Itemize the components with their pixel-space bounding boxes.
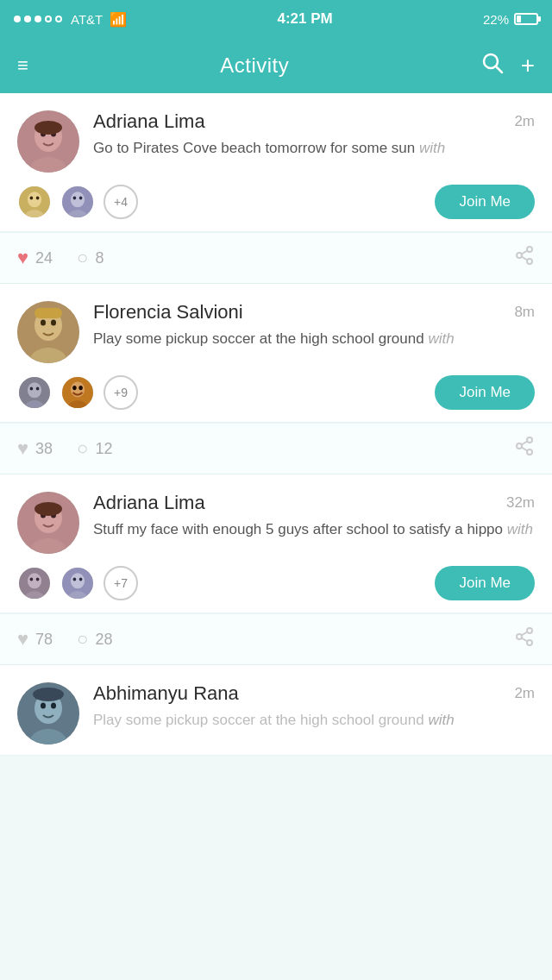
svg-point-20: [527, 259, 532, 264]
participant-avatar: [60, 375, 95, 410]
svg-line-42: [522, 442, 527, 445]
participant-avatar: [17, 375, 52, 410]
comments-count: 8: [95, 249, 104, 267]
svg-point-19: [517, 253, 522, 258]
status-time: 4:21 PM: [277, 10, 332, 28]
svg-point-69: [51, 703, 56, 709]
svg-point-54: [36, 578, 40, 581]
item-footer: ♥ 78 ○ 28: [0, 613, 552, 665]
carrier-name: AT&T: [71, 12, 103, 27]
svg-point-9: [28, 192, 41, 207]
svg-point-37: [72, 386, 77, 390]
item-name-row: Adriana Lima 2m: [93, 110, 535, 133]
item-name-row: Adriana Lima 32m: [93, 492, 535, 514]
wifi-icon: 📶: [110, 11, 127, 28]
signal-dot-4: [45, 16, 52, 22]
svg-point-12: [36, 197, 40, 200]
user-avatar[interactable]: [17, 682, 79, 744]
svg-line-64: [522, 638, 527, 642]
comments-count: 28: [95, 631, 112, 649]
svg-point-32: [30, 387, 34, 391]
svg-point-49: [34, 502, 62, 516]
signal-dot-1: [14, 16, 21, 22]
item-time: 8m: [514, 304, 535, 321]
heart-icon: ♥: [17, 628, 28, 650]
heart-icon: ♥: [17, 247, 28, 269]
item-text: Play some pickup soccer at the high scho…: [93, 710, 535, 731]
comments-count: 12: [95, 440, 112, 458]
svg-point-70: [33, 688, 64, 701]
search-button[interactable]: [481, 52, 504, 79]
item-actions: +4 Join Me: [17, 185, 535, 219]
svg-point-53: [30, 578, 34, 581]
svg-point-16: [73, 197, 77, 200]
svg-point-62: [527, 640, 532, 645]
svg-line-63: [522, 632, 527, 636]
svg-point-60: [527, 628, 532, 633]
svg-point-27: [51, 320, 56, 326]
nav-actions: +: [481, 52, 535, 79]
svg-point-26: [41, 320, 46, 326]
user-avatar[interactable]: [17, 110, 79, 173]
add-button[interactable]: +: [521, 52, 535, 79]
svg-point-33: [36, 387, 40, 391]
svg-point-18: [527, 247, 532, 252]
share-button[interactable]: [514, 626, 535, 652]
svg-point-39: [527, 437, 532, 443]
item-time: 2m: [514, 685, 535, 702]
activity-item: Abhimanyu Rana 2m Play some pickup socce…: [0, 665, 552, 756]
menu-button[interactable]: ≡: [17, 54, 28, 77]
item-content: Florencia Salvioni 8m Play some pickup s…: [93, 301, 535, 349]
item-name-row: Florencia Salvioni 8m: [93, 301, 535, 324]
join-button[interactable]: Join Me: [435, 375, 535, 410]
likes-stat: ♥ 38: [17, 437, 53, 460]
likes-stat: ♥ 24: [17, 247, 53, 269]
svg-line-22: [522, 257, 527, 261]
page-title: Activity: [220, 53, 289, 78]
svg-point-38: [78, 386, 83, 390]
likes-count: 24: [35, 249, 53, 267]
svg-point-61: [517, 634, 522, 639]
item-time: 2m: [514, 113, 535, 130]
item-text: Go to Pirates Cove beach tomorrow for so…: [93, 138, 535, 159]
signal-dot-2: [24, 16, 31, 22]
item-header: Abhimanyu Rana 2m Play some pickup socce…: [17, 682, 535, 744]
item-text: Play some pickup soccer at the high scho…: [93, 329, 535, 349]
item-actions: +9 Join Me: [17, 375, 535, 410]
share-button[interactable]: [514, 245, 535, 271]
svg-point-56: [71, 573, 85, 588]
user-name: Florencia Salvioni: [93, 301, 243, 324]
user-avatar[interactable]: [17, 301, 79, 363]
item-footer: ♥ 24 ○ 8: [0, 232, 552, 284]
activity-item: Florencia Salvioni 8m Play some pickup s…: [0, 284, 552, 423]
more-count: +7: [104, 566, 138, 600]
activity-item: Adriana Lima 32m Stuff my face with enou…: [0, 474, 552, 613]
user-name: Adriana Lima: [93, 492, 205, 514]
join-button[interactable]: Join Me: [435, 566, 535, 600]
item-footer: ♥ 38 ○ 12: [0, 423, 552, 474]
svg-line-43: [522, 448, 527, 451]
join-button[interactable]: Join Me: [435, 185, 535, 219]
comment-icon: ○: [77, 247, 88, 269]
svg-point-51: [28, 573, 41, 588]
likes-stat: ♥ 78: [17, 628, 53, 650]
share-button[interactable]: [514, 436, 535, 462]
svg-point-40: [517, 443, 522, 449]
more-count: +4: [104, 185, 138, 219]
comments-stat: ○ 8: [77, 247, 104, 269]
item-content: Adriana Lima 32m Stuff my face with enou…: [93, 492, 535, 540]
battery-fill: [517, 16, 521, 22]
signal-dot-3: [34, 16, 41, 22]
item-content: Abhimanyu Rana 2m Play some pickup socce…: [93, 682, 535, 731]
status-bar: AT&T 📶 4:21 PM 22%: [0, 0, 552, 38]
activity-feed: Adriana Lima 2m Go to Pirates Cove beach…: [0, 93, 552, 756]
item-time: 32m: [506, 494, 535, 512]
participant-avatar: [60, 566, 95, 600]
svg-line-21: [522, 251, 527, 254]
user-avatar[interactable]: [17, 492, 79, 554]
comments-stat: ○ 28: [77, 628, 112, 650]
svg-point-11: [30, 197, 34, 200]
item-name-row: Abhimanyu Rana 2m: [93, 682, 535, 705]
svg-point-59: [79, 578, 83, 581]
battery-icon: [514, 13, 538, 25]
